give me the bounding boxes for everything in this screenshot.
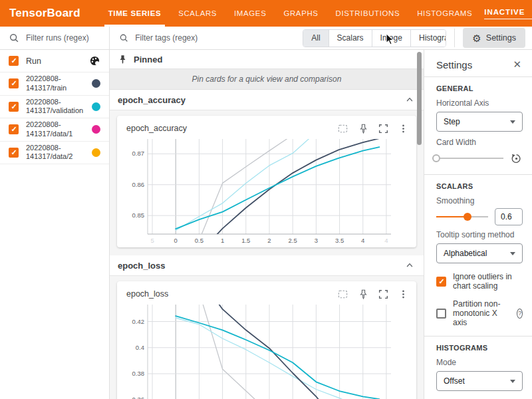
filter-runs-row [0,27,109,50]
slider-thumb[interactable] [432,154,440,162]
run-list-item[interactable]: 20220808-141317/data/1 [0,118,109,142]
card-area: epoch_loss 0.420.40.380.36 [110,276,424,399]
ignore-outliers-checkbox[interactable] [436,277,446,287]
pinned-section-header: Pinned [110,50,424,69]
section-header-epoch-accuracy[interactable]: epoch_accuracy [110,90,424,110]
tab-histograms[interactable]: HISTOGRAMS [412,0,477,27]
reset-card-width-icon[interactable] [510,152,523,165]
svg-text:1: 1 [221,237,224,244]
svg-text:4: 4 [361,237,364,244]
fullscreen-icon[interactable] [378,124,388,134]
filter-runs-input[interactable] [25,33,105,43]
runs-sidebar: Run 20220808-141317/train 20220808-14131… [0,27,110,399]
smoothing-slider[interactable] [436,212,488,221]
svg-text:0.4: 0.4 [136,344,144,351]
run-checkbox[interactable] [9,102,19,112]
chip-image[interactable]: Image [372,30,411,47]
close-icon[interactable]: ✕ [513,59,521,70]
run-checkbox[interactable] [9,148,19,158]
tooltip-sort-select[interactable]: Alphabetical [436,243,523,263]
tab-scalars[interactable]: SCALARS [173,0,222,27]
search-icon [9,33,19,43]
fit-to-domain-icon[interactable] [337,289,348,300]
filter-tags-input[interactable] [134,33,303,43]
run-list-item[interactable]: 20220808-141317/data/2 [0,142,109,165]
card-width-label: Card Width [436,138,523,147]
chip-all[interactable]: All [303,30,329,47]
settings-section-histograms: HISTOGRAMS Mode Offset [424,336,532,399]
run-color-dot [92,102,100,111]
palette-icon[interactable] [89,55,100,66]
scalar-card-epoch-loss: epoch_loss 0.420.40.380.36 [117,281,416,399]
card-title: epoch_accuracy [126,124,337,133]
collapse-chevron-icon[interactable] [405,95,414,104]
epoch-loss-chart[interactable]: 0.420.40.380.36 [118,303,395,399]
histogram-mode-select[interactable]: Offset [436,371,523,391]
run-list-item[interactable]: 20220808-141317/train [0,72,109,96]
search-icon [119,33,128,43]
tab-time-series[interactable]: TIME SERIES [103,0,166,27]
section-header-epoch-loss[interactable]: epoch_loss [110,255,424,276]
epoch-accuracy-chart[interactable]: 500.511.522.533.5440.850.860.87 [118,137,395,247]
main-scrollbar-thumb[interactable] [417,52,422,145]
partition-x-row[interactable]: Partition non-monotonic X axis ? [436,299,523,327]
run-checkbox[interactable] [9,124,19,134]
select-all-runs-checkbox[interactable] [9,56,19,66]
more-options-icon[interactable] [398,289,408,299]
tab-graphs[interactable]: GRAPHS [278,0,323,27]
app-header: TensorBoard TIME SERIES SCALARS IMAGES G… [0,0,532,27]
collapse-chevron-icon[interactable] [405,261,414,270]
chevron-down-icon [510,120,515,124]
section-title: epoch_loss [118,261,166,271]
pin-hint-banner: Pin cards for a quick view and compariso… [110,69,424,90]
horizontal-axis-select[interactable]: Step [436,112,523,132]
toolbar-divider [454,29,455,47]
app-logo: TensorBoard [9,7,80,20]
chevron-down-icon [510,252,515,255]
settings-button[interactable]: ⚙ Settings [463,28,525,48]
more-options-icon[interactable] [398,124,408,134]
tooltip-sort-value: Alphabetical [444,249,487,258]
help-icon[interactable]: ? [517,309,523,319]
run-column-label: Run [26,57,82,66]
tab-distributions[interactable]: DISTRIBUTIONS [331,0,406,27]
svg-text:0.87: 0.87 [132,150,145,157]
svg-text:0.42: 0.42 [132,318,145,325]
pin-card-icon[interactable] [358,289,368,299]
smoothing-value-input[interactable] [495,208,523,225]
svg-text:0.38: 0.38 [132,370,145,377]
section-title: epoch_accuracy [118,95,186,105]
histogram-mode-value: Offset [444,376,465,386]
svg-text:5: 5 [150,237,154,244]
scalars-heading: SCALARS [436,182,523,190]
pinned-title: Pinned [134,55,162,65]
settings-button-label: Settings [486,33,516,43]
card-width-slider[interactable] [436,154,503,163]
card-title: epoch_loss [126,289,337,299]
chip-histogram[interactable]: Histogram [411,30,447,47]
slider-thumb[interactable] [464,213,471,221]
svg-text:0.36: 0.36 [132,396,145,399]
run-list-item[interactable]: 20220808-141317/validation [0,96,109,119]
settings-section-general: GENERAL Horizontal Axis Step Card Width [424,77,532,175]
fullscreen-icon[interactable] [378,289,388,299]
ignore-outliers-label: Ignore outliers in chart scaling [453,272,523,291]
svg-text:0: 0 [174,237,178,244]
run-label: 20220808-141317/data/2 [26,144,84,162]
tab-images[interactable]: IMAGES [229,0,271,27]
run-label: 20220808-141317/validation [26,98,84,116]
main-toolbar: All Scalars Image Histogram ⚙ Settings [110,27,532,50]
partition-x-checkbox[interactable] [436,309,446,319]
settings-section-scalars: SCALARS Smoothing Tooltip sorting method… [424,175,532,336]
run-checkbox[interactable] [9,78,19,88]
fit-to-domain-icon[interactable] [337,123,348,134]
card-area: epoch_accuracy 500.511.522.533.5440.850.… [110,110,424,255]
pin-card-icon[interactable] [358,124,368,134]
run-color-dot [92,79,100,88]
ignore-outliers-row[interactable]: Ignore outliers in chart scaling [436,272,523,291]
horizontal-axis-value: Step [444,117,460,126]
run-status-value: INACTIVE [484,8,525,16]
svg-text:0.86: 0.86 [132,181,145,188]
run-status-select[interactable]: INACTIVE [484,8,532,19]
chip-scalars[interactable]: Scalars [329,30,372,47]
